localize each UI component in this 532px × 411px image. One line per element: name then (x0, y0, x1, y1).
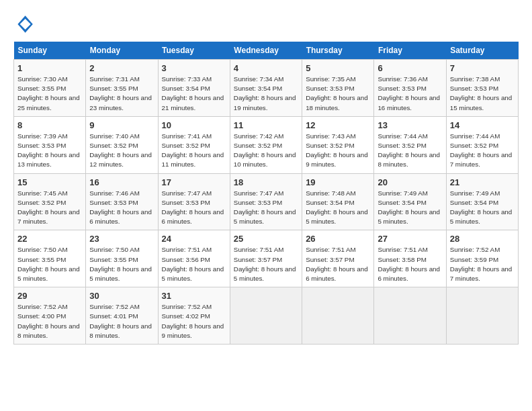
calendar-cell: 15 Sunrise: 7:45 AM Sunset: 3:52 PM Dayl… (14, 173, 86, 230)
day-number: 13 (378, 120, 442, 130)
calendar-week-row: 1 Sunrise: 7:30 AM Sunset: 3:55 PM Dayli… (14, 60, 519, 117)
logo (13, 13, 36, 35)
day-header-sunday: Sunday (14, 42, 86, 60)
calendar-cell: 5 Sunrise: 7:35 AM Sunset: 3:53 PM Dayli… (302, 60, 374, 117)
day-number: 12 (306, 120, 370, 130)
calendar-cell: 21 Sunrise: 7:49 AM Sunset: 3:54 PM Dayl… (446, 173, 518, 230)
day-number: 19 (306, 177, 370, 187)
day-info: Sunrise: 7:52 AM Sunset: 4:00 PM Dayligh… (17, 302, 82, 340)
day-number: 11 (234, 120, 298, 130)
day-number: 18 (234, 177, 298, 187)
calendar-week-row: 8 Sunrise: 7:39 AM Sunset: 3:53 PM Dayli… (14, 116, 519, 173)
day-number: 26 (306, 234, 370, 244)
day-number: 20 (378, 177, 442, 187)
day-info: Sunrise: 7:47 AM Sunset: 3:53 PM Dayligh… (234, 189, 298, 227)
day-info: Sunrise: 7:42 AM Sunset: 3:52 PM Dayligh… (234, 132, 298, 170)
day-number: 2 (89, 63, 154, 73)
calendar-cell (446, 287, 518, 345)
calendar-cell: 28 Sunrise: 7:52 AM Sunset: 3:59 PM Dayl… (446, 230, 518, 287)
day-info: Sunrise: 7:40 AM Sunset: 3:52 PM Dayligh… (89, 132, 154, 170)
day-number: 10 (162, 120, 226, 130)
calendar-cell (302, 287, 374, 345)
calendar-cell: 1 Sunrise: 7:30 AM Sunset: 3:55 PM Dayli… (14, 60, 86, 117)
day-number: 16 (89, 177, 154, 187)
day-number: 29 (17, 291, 82, 301)
day-info: Sunrise: 7:51 AM Sunset: 3:57 PM Dayligh… (306, 245, 370, 283)
calendar-cell: 31 Sunrise: 7:52 AM Sunset: 4:02 PM Dayl… (158, 287, 230, 345)
day-info: Sunrise: 7:39 AM Sunset: 3:53 PM Dayligh… (17, 132, 82, 170)
day-info: Sunrise: 7:44 AM Sunset: 3:52 PM Dayligh… (450, 132, 515, 170)
calendar-cell: 29 Sunrise: 7:52 AM Sunset: 4:00 PM Dayl… (14, 287, 86, 345)
day-info: Sunrise: 7:50 AM Sunset: 3:55 PM Dayligh… (89, 245, 154, 283)
day-info: Sunrise: 7:50 AM Sunset: 3:55 PM Dayligh… (17, 245, 82, 283)
day-number: 21 (450, 177, 515, 187)
calendar-cell: 13 Sunrise: 7:44 AM Sunset: 3:52 PM Dayl… (374, 116, 446, 173)
calendar-cell: 27 Sunrise: 7:51 AM Sunset: 3:58 PM Dayl… (374, 230, 446, 287)
day-number: 3 (162, 63, 226, 73)
day-header-friday: Friday (374, 42, 446, 60)
calendar-cell: 9 Sunrise: 7:40 AM Sunset: 3:52 PM Dayli… (86, 116, 158, 173)
day-number: 15 (17, 177, 82, 187)
day-number: 30 (89, 291, 154, 301)
day-info: Sunrise: 7:52 AM Sunset: 3:59 PM Dayligh… (450, 245, 515, 283)
day-info: Sunrise: 7:49 AM Sunset: 3:54 PM Dayligh… (450, 189, 515, 227)
day-info: Sunrise: 7:36 AM Sunset: 3:53 PM Dayligh… (378, 75, 442, 113)
day-number: 14 (450, 120, 515, 130)
day-info: Sunrise: 7:52 AM Sunset: 4:02 PM Dayligh… (162, 302, 226, 340)
day-header-wednesday: Wednesday (230, 42, 302, 60)
day-info: Sunrise: 7:51 AM Sunset: 3:56 PM Dayligh… (162, 245, 226, 283)
day-header-thursday: Thursday (302, 42, 374, 60)
day-number: 28 (450, 234, 515, 244)
day-info: Sunrise: 7:35 AM Sunset: 3:53 PM Dayligh… (306, 75, 370, 113)
calendar-cell: 23 Sunrise: 7:50 AM Sunset: 3:55 PM Dayl… (86, 230, 158, 287)
day-info: Sunrise: 7:34 AM Sunset: 3:54 PM Dayligh… (234, 75, 298, 113)
day-number: 25 (234, 234, 298, 244)
day-header-monday: Monday (86, 42, 158, 60)
day-number: 9 (89, 120, 154, 130)
day-number: 27 (378, 234, 442, 244)
day-info: Sunrise: 7:52 AM Sunset: 4:01 PM Dayligh… (89, 302, 154, 340)
logo-icon (13, 13, 35, 35)
calendar-cell: 4 Sunrise: 7:34 AM Sunset: 3:54 PM Dayli… (230, 60, 302, 117)
calendar-cell: 16 Sunrise: 7:46 AM Sunset: 3:53 PM Dayl… (86, 173, 158, 230)
day-number: 24 (162, 234, 226, 244)
calendar-week-row: 22 Sunrise: 7:50 AM Sunset: 3:55 PM Dayl… (14, 230, 519, 287)
calendar-week-row: 29 Sunrise: 7:52 AM Sunset: 4:00 PM Dayl… (14, 287, 519, 345)
calendar-cell (374, 287, 446, 345)
day-number: 8 (17, 120, 82, 130)
calendar-cell: 25 Sunrise: 7:51 AM Sunset: 3:57 PM Dayl… (230, 230, 302, 287)
calendar-cell: 22 Sunrise: 7:50 AM Sunset: 3:55 PM Dayl… (14, 230, 86, 287)
calendar-cell: 14 Sunrise: 7:44 AM Sunset: 3:52 PM Dayl… (446, 116, 518, 173)
day-header-tuesday: Tuesday (158, 42, 230, 60)
day-info: Sunrise: 7:49 AM Sunset: 3:54 PM Dayligh… (378, 189, 442, 227)
day-number: 7 (450, 63, 515, 73)
calendar-cell: 24 Sunrise: 7:51 AM Sunset: 3:56 PM Dayl… (158, 230, 230, 287)
day-info: Sunrise: 7:51 AM Sunset: 3:58 PM Dayligh… (378, 245, 442, 283)
day-info: Sunrise: 7:48 AM Sunset: 3:54 PM Dayligh… (306, 189, 370, 227)
calendar-cell: 2 Sunrise: 7:31 AM Sunset: 3:55 PM Dayli… (86, 60, 158, 117)
day-info: Sunrise: 7:46 AM Sunset: 3:53 PM Dayligh… (89, 189, 154, 227)
day-info: Sunrise: 7:30 AM Sunset: 3:55 PM Dayligh… (17, 75, 82, 113)
calendar-week-row: 15 Sunrise: 7:45 AM Sunset: 3:52 PM Dayl… (14, 173, 519, 230)
calendar-cell: 12 Sunrise: 7:43 AM Sunset: 3:52 PM Dayl… (302, 116, 374, 173)
day-number: 22 (17, 234, 82, 244)
calendar-cell: 3 Sunrise: 7:33 AM Sunset: 3:54 PM Dayli… (158, 60, 230, 117)
day-header-saturday: Saturday (446, 42, 518, 60)
day-number: 4 (234, 63, 298, 73)
calendar-header-row: SundayMondayTuesdayWednesdayThursdayFrid… (14, 42, 519, 60)
day-info: Sunrise: 7:41 AM Sunset: 3:52 PM Dayligh… (162, 132, 226, 170)
calendar-cell: 7 Sunrise: 7:38 AM Sunset: 3:53 PM Dayli… (446, 60, 518, 117)
day-number: 31 (162, 291, 226, 301)
day-number: 1 (17, 63, 82, 73)
day-info: Sunrise: 7:44 AM Sunset: 3:52 PM Dayligh… (378, 132, 442, 170)
calendar-cell: 11 Sunrise: 7:42 AM Sunset: 3:52 PM Dayl… (230, 116, 302, 173)
calendar-table: SundayMondayTuesdayWednesdayThursdayFrid… (13, 42, 519, 345)
calendar-cell: 20 Sunrise: 7:49 AM Sunset: 3:54 PM Dayl… (374, 173, 446, 230)
day-number: 5 (306, 63, 370, 73)
day-number: 17 (162, 177, 226, 187)
day-info: Sunrise: 7:31 AM Sunset: 3:55 PM Dayligh… (89, 75, 154, 113)
calendar-cell: 18 Sunrise: 7:47 AM Sunset: 3:53 PM Dayl… (230, 173, 302, 230)
calendar-cell: 6 Sunrise: 7:36 AM Sunset: 3:53 PM Dayli… (374, 60, 446, 117)
calendar-cell: 10 Sunrise: 7:41 AM Sunset: 3:52 PM Dayl… (158, 116, 230, 173)
day-info: Sunrise: 7:47 AM Sunset: 3:53 PM Dayligh… (162, 189, 226, 227)
